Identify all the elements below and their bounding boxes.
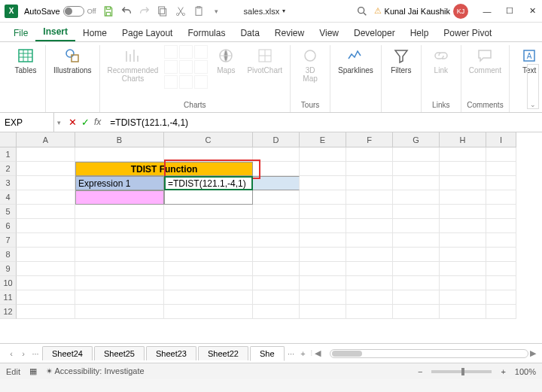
select-all-corner[interactable] [0,132,17,147]
add-sheet-button[interactable]: + [298,349,309,358]
copy-icon[interactable] [157,5,169,17]
cell[interactable] [440,233,486,248]
link-button[interactable]: Link [426,45,456,76]
toggle-switch[interactable] [63,6,84,17]
tab-developer[interactable]: Developer [346,25,403,41]
cell[interactable] [164,276,253,290]
row-header[interactable]: 5 [0,205,17,219]
filters-button[interactable]: Filters [386,45,416,76]
col-header[interactable]: H [440,132,486,147]
cell[interactable] [17,176,75,190]
cell[interactable] [486,147,516,162]
col-header[interactable]: C [164,132,253,147]
cell[interactable] [300,276,346,290]
cell[interactable] [486,290,516,305]
cell[interactable] [486,162,516,176]
cell[interactable] [164,147,253,162]
cell[interactable] [486,176,516,190]
cell[interactable] [253,276,300,290]
cell[interactable] [393,176,440,190]
cell[interactable] [346,147,393,162]
scroll-left-icon[interactable]: ◀ [315,348,321,358]
row-header[interactable]: 2 [0,162,17,176]
cell[interactable] [300,147,346,162]
cell[interactable] [440,276,486,290]
zoom-slider[interactable] [431,370,492,373]
cell[interactable] [440,305,486,319]
sheet-nav-prev[interactable]: ‹ [6,349,17,358]
cell[interactable] [253,219,300,233]
cell[interactable] [486,276,516,290]
user-account[interactable]: ⚠ Kunal Jai Kaushik KJ [374,4,468,19]
cell[interactable] [164,205,253,219]
cell[interactable] [346,162,393,176]
cell[interactable] [393,147,440,162]
tables-button[interactable]: Tables [11,45,41,76]
cell[interactable] [486,233,516,248]
name-dropdown-icon[interactable]: ▾ [54,119,64,126]
illustrations-button[interactable]: Illustrations [50,45,95,76]
cell[interactable] [75,305,164,319]
cell[interactable] [253,233,300,248]
cell[interactable] [393,248,440,262]
tab-view[interactable]: View [312,25,346,41]
sheet-nav-more[interactable]: ··· [30,349,41,358]
cell[interactable] [393,219,440,233]
cell[interactable] [346,233,393,248]
cell[interactable] [346,190,393,205]
tab-home[interactable]: Home [75,25,114,41]
tab-page-layout[interactable]: Page Layout [114,25,180,41]
cell[interactable] [346,219,393,233]
cell[interactable] [300,176,346,190]
cell[interactable] [300,162,346,176]
spreadsheet-grid[interactable]: ABCDEFGHI 123456789101112 Expression 1=T… [0,132,542,343]
cell[interactable] [486,248,516,262]
cut-icon[interactable] [175,5,187,17]
cell[interactable] [17,147,75,162]
cell[interactable] [300,305,346,319]
cell[interactable] [346,276,393,290]
cell[interactable] [300,219,346,233]
zoom-in-button[interactable]: + [501,367,505,376]
undo-icon[interactable] [120,5,132,17]
cell[interactable] [300,190,346,205]
cell[interactable] [253,162,300,176]
cell[interactable] [17,233,75,248]
sheet-tab[interactable]: Sheet24 [42,346,93,360]
row-header[interactable]: 8 [0,248,17,262]
cell[interactable] [253,248,300,262]
overflow-icon[interactable]: ▾ [211,5,223,17]
paste-icon[interactable] [193,5,205,17]
col-header[interactable]: I [486,132,516,147]
row-header[interactable]: 7 [0,233,17,248]
cell[interactable] [17,248,75,262]
maximize-button[interactable]: ☐ [504,6,515,17]
col-header[interactable]: G [393,132,440,147]
col-header[interactable]: E [300,132,346,147]
accessibility-status[interactable]: ✴ Accessibility: Investigate [46,366,145,376]
cell[interactable] [17,162,75,176]
sheet-tab-active[interactable]: She [250,346,285,361]
insert-function-icon[interactable]: fx [94,117,101,128]
formula-input[interactable]: =TDIST(121.1,-4,1) [105,117,542,128]
cell[interactable] [253,262,300,276]
sparklines-button[interactable]: Sparklines [335,45,376,76]
cell[interactable] [300,290,346,305]
minimize-button[interactable]: ― [482,6,492,17]
cell[interactable] [164,290,253,305]
cell[interactable] [75,219,164,233]
col-header[interactable]: A [17,132,75,147]
chart-type-grid[interactable] [164,45,208,89]
row-header[interactable]: 9 [0,262,17,276]
filename-label[interactable]: sales.xlsx ▾ [244,7,286,16]
horizontal-scrollbar[interactable] [330,349,528,358]
cell[interactable] [75,276,164,290]
cell[interactable] [253,305,300,319]
cell[interactable] [440,290,486,305]
cell[interactable] [440,248,486,262]
cell[interactable] [393,205,440,219]
cell[interactable] [253,176,300,190]
cell[interactable] [440,147,486,162]
cell[interactable] [300,233,346,248]
row-header[interactable]: 12 [0,305,17,319]
